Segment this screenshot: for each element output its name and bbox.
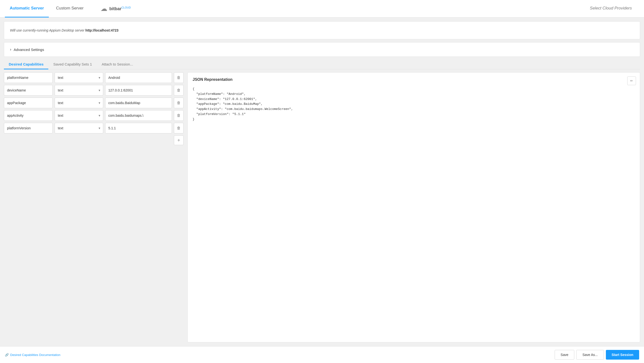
capability-type-4[interactable]: text boolean number object JSON [55,123,103,133]
capability-value-0[interactable] [105,72,172,83]
table-row: text boolean number object JSON 🗑 [4,110,184,121]
capability-type-3[interactable]: text boolean number object JSON [55,110,103,121]
tab-cloud-label: Select Cloud Providers [590,6,632,11]
capability-name-1[interactable] [4,85,53,96]
capability-type-2[interactable]: text boolean number object JSON [55,97,103,108]
capability-tabs: Desired Capabilities Saved Capability Se… [4,60,640,69]
start-session-button[interactable]: Start Session [606,350,639,360]
table-row: text boolean number object JSON 🗑 [4,72,184,83]
advanced-settings-toggle[interactable]: › Advanced Settings [4,42,640,57]
top-nav: Automatic Server Custom Server ☁ bitbarC… [0,0,644,17]
capability-name-4[interactable] [4,123,53,133]
capability-type-wrapper-2: text boolean number object JSON [55,97,103,108]
capabilities-area: text boolean number object JSON 🗑 text [4,72,640,342]
tab-automatic-server-label: Automatic Server [10,6,44,11]
add-capability-button[interactable]: + [174,135,184,145]
doc-link[interactable]: 🔗 Desired Capabilities Documentation [5,353,60,357]
json-representation-title: JSON Representation [192,77,635,82]
link-icon: 🔗 [5,353,9,357]
capability-value-1[interactable] [105,85,172,96]
capability-type-wrapper-0: text boolean number object JSON [55,72,103,83]
table-row: text boolean number object JSON 🗑 [4,123,184,133]
bitbar-brand: bitbarCLOUD [109,6,131,11]
tab-custom-server-label: Custom Server [56,6,84,11]
saved-capability-tab-label: Saved Capability Sets 1 [53,62,92,66]
add-row-wrapper: + [4,135,184,145]
capability-name-2[interactable] [4,97,53,108]
bitbar-logo: ☁ bitbarCLOUD [100,4,131,13]
capability-type-wrapper-1: text boolean number object JSON [55,85,103,96]
doc-link-label: Desired Capabilities Documentation [10,353,60,357]
main-content: Will use currently-running Appium Deskto… [0,17,644,346]
table-row: text boolean number object JSON 🗑 [4,97,184,108]
capability-type-1[interactable]: text boolean number object JSON [55,85,103,96]
tab-automatic-server[interactable]: Automatic Server [5,0,49,17]
capability-type-0[interactable]: text boolean number object JSON [55,72,103,83]
tab-select-cloud-providers[interactable]: Select Cloud Providers [585,0,637,17]
capability-value-4[interactable] [105,123,172,133]
capability-type-wrapper-3: text boolean number object JSON [55,110,103,121]
attach-session-tab-label: Attach to Session... [102,62,133,66]
capabilities-left-panel: text boolean number object JSON 🗑 text [4,72,184,342]
capability-name-3[interactable] [4,110,53,121]
save-as-button[interactable]: Save As... [576,350,604,360]
chevron-right-icon: › [10,47,11,52]
info-box: Will use currently-running Appium Deskto… [4,21,640,39]
tab-custom-server[interactable]: Custom Server [51,0,88,17]
bottom-bar: 🔗 Desired Capabilities Documentation Sav… [0,346,644,363]
delete-button-3[interactable]: 🗑 [174,110,184,121]
capability-name-0[interactable] [4,72,53,83]
tab-attach-session[interactable]: Attach to Session... [97,60,138,69]
advanced-settings-label: Advanced Settings [14,47,44,52]
delete-button-4[interactable]: 🗑 [174,123,184,133]
server-url: http://localhost:4723 [86,28,118,32]
delete-button-2[interactable]: 🗑 [174,97,184,108]
capability-value-2[interactable] [105,97,172,108]
bottom-actions: Save Save As... Start Session [555,350,639,360]
save-button[interactable]: Save [555,350,574,360]
capability-value-3[interactable] [105,110,172,121]
table-row: text boolean number object JSON 🗑 [4,85,184,96]
cloud-icon: ☁ [100,4,107,13]
json-edit-button[interactable]: ✏ [627,76,636,85]
desired-capabilities-tab-label: Desired Capabilities [9,62,44,66]
delete-button-1[interactable]: 🗑 [174,85,184,96]
json-representation-panel: JSON Representation ✏ { "platformName": … [188,72,640,342]
capability-type-wrapper-4: text boolean number object JSON [55,123,103,133]
json-content: { "platformName": "Android", "deviceName… [192,87,635,122]
tab-saved-capability-sets[interactable]: Saved Capability Sets 1 [48,60,97,69]
tab-desired-capabilities[interactable]: Desired Capabilities [4,60,48,69]
info-text: Will use currently-running Appium Deskto… [10,28,86,32]
delete-button-0[interactable]: 🗑 [174,72,184,83]
